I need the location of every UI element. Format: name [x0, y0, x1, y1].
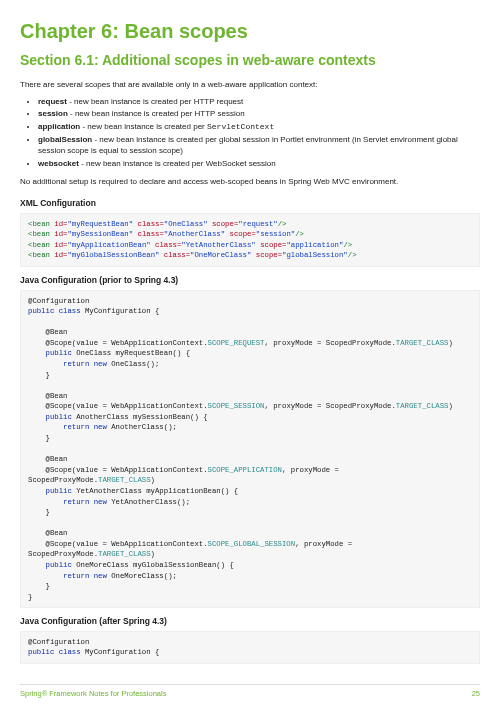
no-additional-text: No additional setup is required to decla…: [20, 177, 480, 188]
intro-text: There are several scopes that are availa…: [20, 80, 480, 91]
section-title: Section 6.1: Additional scopes in web-aw…: [20, 51, 480, 70]
list-item: websocket - new bean instance is created…: [38, 159, 480, 170]
java-after-heading: Java Configuration (after Spring 4.3): [20, 616, 480, 627]
page-content: Chapter 6: Bean scopes Section 6.1: Addi…: [0, 0, 500, 698]
scope-list: request - new bean instance is created p…: [38, 97, 480, 170]
page-number: 25: [472, 689, 480, 699]
list-item: request - new bean instance is created p…: [38, 97, 480, 108]
page-footer: Spring® Framework Notes for Professional…: [20, 684, 480, 699]
list-item: application - new bean instance is creat…: [38, 122, 480, 133]
java43-heading: Java Configuration (prior to Spring 4.3): [20, 275, 480, 286]
xml-config-heading: XML Configuration: [20, 198, 480, 209]
list-item: globalSession - new bean instance is cre…: [38, 135, 480, 157]
xml-code-block: <bean id="myRequestBean" class="OneClass…: [20, 213, 480, 267]
chapter-title: Chapter 6: Bean scopes: [20, 18, 480, 45]
java43-code-block: @Configuration public class MyConfigurat…: [20, 290, 480, 609]
footer-title: Spring® Framework Notes for Professional…: [20, 689, 166, 699]
java-after-code-block: @Configuration public class MyConfigurat…: [20, 631, 480, 664]
list-item: session - new bean instance is created p…: [38, 109, 480, 120]
